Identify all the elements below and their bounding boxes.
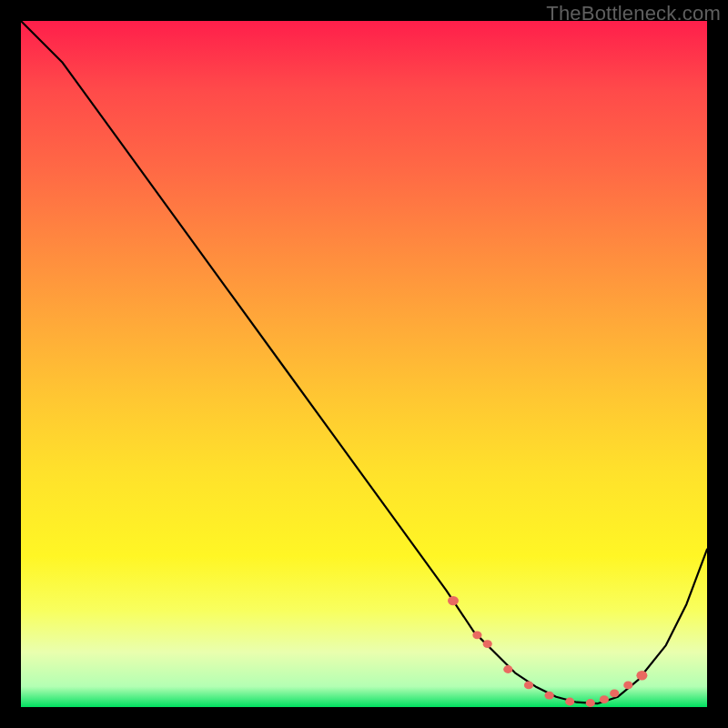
optimal-marker bbox=[524, 682, 533, 690]
optimal-marker bbox=[472, 631, 481, 639]
optimal-marker bbox=[448, 596, 459, 605]
optimal-marker bbox=[545, 692, 554, 700]
watermark-text: TheBottleneck.com bbox=[546, 2, 721, 25]
optimal-marker bbox=[636, 671, 647, 680]
optimal-marker bbox=[483, 640, 492, 648]
bottleneck-curve-svg bbox=[21, 21, 707, 707]
optimal-marker bbox=[565, 698, 574, 706]
optimal-range-markers bbox=[448, 596, 647, 707]
optimal-marker bbox=[623, 682, 632, 690]
optimal-marker bbox=[610, 690, 619, 698]
optimal-marker bbox=[600, 695, 609, 703]
bottleneck-curve-line bbox=[21, 21, 707, 703]
chart-frame: TheBottleneck.com bbox=[0, 0, 728, 728]
plot-area bbox=[21, 21, 707, 707]
optimal-marker bbox=[586, 699, 595, 707]
optimal-marker bbox=[503, 665, 512, 673]
